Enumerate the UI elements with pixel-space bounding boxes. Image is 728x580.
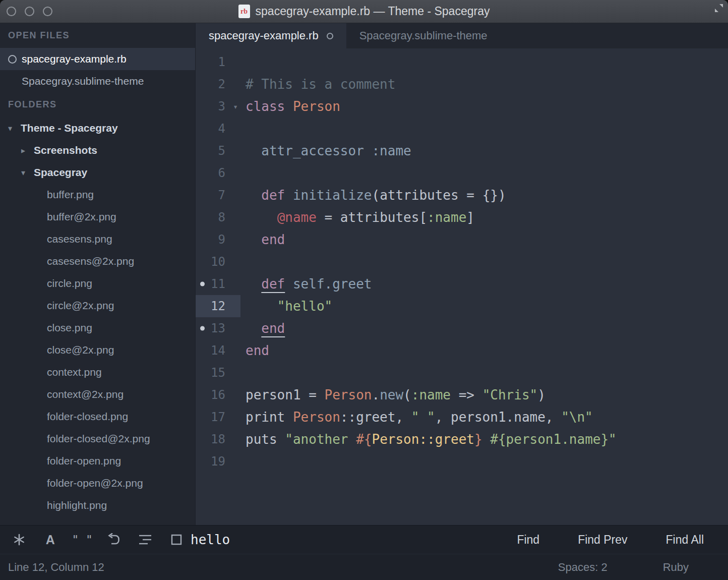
code-row[interactable]: 7 def initialize(attributes = {}) xyxy=(196,184,728,206)
line-number[interactable]: 2 xyxy=(196,73,240,95)
chevron-down-icon[interactable]: ▾ xyxy=(21,168,34,178)
find-prev-button[interactable]: Find Prev xyxy=(578,533,627,547)
code-row[interactable]: 14end xyxy=(196,339,728,362)
code-row[interactable]: 11 def self.greet xyxy=(196,273,728,295)
file-item[interactable]: close.png xyxy=(0,317,195,339)
file-item[interactable]: buffer.png xyxy=(0,184,195,206)
line-number[interactable]: 3▾ xyxy=(196,95,240,118)
code-row[interactable]: 1 xyxy=(196,51,728,73)
code-line[interactable]: attr_accessor :name xyxy=(246,143,411,158)
line-number[interactable]: 10 xyxy=(196,251,240,273)
line-number[interactable]: 18 xyxy=(196,428,240,450)
code-row[interactable]: 16person1 = Person.new(:name => "Chris") xyxy=(196,384,728,406)
code-row[interactable]: 6 xyxy=(196,162,728,184)
in-selection-icon[interactable] xyxy=(138,532,153,548)
line-number[interactable]: 8 xyxy=(196,206,240,228)
find-input[interactable] xyxy=(191,532,517,547)
folder-item[interactable]: ▾Spacegray xyxy=(0,161,195,184)
editor-tab[interactable]: spacegray-example.rb xyxy=(196,23,346,48)
file-item[interactable]: context.png xyxy=(0,361,195,383)
line-number[interactable]: 14 xyxy=(196,339,240,362)
line-number[interactable]: 16 xyxy=(196,384,240,406)
zoom-button[interactable] xyxy=(43,7,52,16)
indent-setting[interactable]: Spaces: 2 xyxy=(558,561,608,574)
fullscreen-icon[interactable] xyxy=(713,3,724,16)
file-item[interactable]: context@2x.png xyxy=(0,383,195,405)
folder-item[interactable]: ▸Screenshots xyxy=(0,139,195,161)
line-number[interactable]: 6 xyxy=(196,162,240,184)
code-line[interactable]: end xyxy=(246,232,285,247)
fold-chevron-icon[interactable]: ▾ xyxy=(233,102,238,111)
code-row[interactable]: 12 "hello" xyxy=(196,295,728,317)
editor-tab[interactable]: Spacegray.sublime-theme xyxy=(346,23,501,48)
code-editor[interactable]: 12# This is a comment3▾class Person45 at… xyxy=(196,48,728,525)
regex-icon[interactable] xyxy=(12,532,27,548)
code-line[interactable]: person1 = Person.new(:name => "Chris") xyxy=(246,387,545,402)
find-button[interactable]: Find xyxy=(517,533,539,547)
file-item[interactable]: folder-open@2x.png xyxy=(0,472,195,494)
file-item[interactable]: casesens@2x.png xyxy=(0,250,195,272)
code-row[interactable]: 9 end xyxy=(196,228,728,251)
line-number[interactable]: 9 xyxy=(196,228,240,251)
code-row[interactable]: 13 end xyxy=(196,317,728,339)
wrap-icon[interactable] xyxy=(107,532,122,548)
line-number[interactable]: 1 xyxy=(196,51,240,73)
code-row[interactable]: 17print Person::greet, " ", person1.name… xyxy=(196,406,728,428)
code-row[interactable]: 10 xyxy=(196,251,728,273)
code-row[interactable]: 15 xyxy=(196,362,728,384)
code-line[interactable]: class Person xyxy=(246,99,340,114)
line-number[interactable]: 15 xyxy=(196,362,240,384)
minimize-button[interactable] xyxy=(25,7,34,16)
whole-word-icon[interactable]: " " xyxy=(74,532,90,548)
app-window: rb spacegray-example.rb — Theme - Spaceg… xyxy=(0,0,728,580)
chevron-right-icon[interactable]: ▸ xyxy=(21,146,34,155)
code-line[interactable]: end xyxy=(246,321,285,336)
editor-column: spacegray-example.rbSpacegray.sublime-th… xyxy=(196,23,728,525)
file-item[interactable]: casesens.png xyxy=(0,228,195,250)
file-item[interactable]: buffer@2x.png xyxy=(0,206,195,228)
line-number[interactable]: 17 xyxy=(196,406,240,428)
code-row[interactable]: 2# This is a comment xyxy=(196,73,728,95)
line-number[interactable]: 4 xyxy=(196,118,240,140)
code-line[interactable]: "hello" xyxy=(246,299,332,314)
code-row[interactable]: 19 xyxy=(196,450,728,473)
code-line[interactable]: # This is a comment xyxy=(246,77,395,92)
file-item[interactable]: circle.png xyxy=(0,272,195,295)
find-all-button[interactable]: Find All xyxy=(666,533,704,547)
code-row[interactable]: 8 @name = attributes[:name] xyxy=(196,206,728,228)
highlight-matches-icon[interactable] xyxy=(169,532,184,548)
file-item[interactable]: highlight.png xyxy=(0,494,195,516)
file-item[interactable]: circle@2x.png xyxy=(0,295,195,317)
file-item[interactable]: close@2x.png xyxy=(0,339,195,361)
file-item[interactable]: folder-open.png xyxy=(0,450,195,472)
code-line[interactable]: end xyxy=(246,343,269,358)
chevron-down-icon[interactable]: ▾ xyxy=(8,124,21,133)
code-line[interactable]: print Person::greet, " ", person1.name, … xyxy=(246,410,593,425)
line-number[interactable]: 19 xyxy=(196,450,240,473)
folder-item[interactable]: ▾Theme - Spacegray xyxy=(0,117,195,139)
open-file-item[interactable]: Spacegray.sublime-theme xyxy=(0,70,195,92)
code-row[interactable]: 3▾class Person xyxy=(196,95,728,118)
case-sensitive-icon[interactable]: A xyxy=(43,532,58,548)
line-number[interactable]: 11 xyxy=(196,273,240,295)
line-number[interactable]: 5 xyxy=(196,140,240,162)
close-button[interactable] xyxy=(7,7,16,16)
item-label: Screenshots xyxy=(34,144,97,156)
line-number[interactable]: 12 xyxy=(196,295,240,317)
line-number[interactable]: 7 xyxy=(196,184,240,206)
code-line[interactable]: def initialize(attributes = {}) xyxy=(246,188,506,203)
code-row[interactable]: 18puts "another #{Person::greet} #{perso… xyxy=(196,428,728,450)
code-line[interactable]: @name = attributes[:name] xyxy=(246,210,474,225)
tab-bar: spacegray-example.rbSpacegray.sublime-th… xyxy=(196,23,728,48)
item-label: folder-closed.png xyxy=(47,411,128,423)
open-file-item[interactable]: spacegray-example.rb xyxy=(0,48,195,70)
line-number[interactable]: 13 xyxy=(196,317,240,339)
code-line[interactable]: puts "another #{Person::greet} #{person1… xyxy=(246,432,617,447)
code-line[interactable]: def self.greet xyxy=(246,276,372,292)
code-row[interactable]: 4 xyxy=(196,118,728,140)
code-row[interactable]: 5 attr_accessor :name xyxy=(196,140,728,162)
file-item[interactable]: folder-closed@2x.png xyxy=(0,428,195,450)
file-item[interactable]: folder-closed.png xyxy=(0,405,195,428)
item-label: buffer.png xyxy=(47,189,94,201)
syntax-setting[interactable]: Ruby xyxy=(663,561,689,574)
